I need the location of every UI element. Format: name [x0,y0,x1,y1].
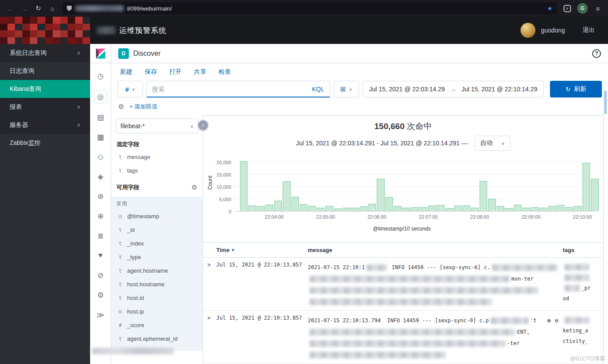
user-avatar[interactable] [521,23,535,38]
histogram-bar[interactable] [325,206,333,211]
interval-select[interactable]: 自动 ∨ [475,136,510,151]
canvas-icon[interactable]: ◇ [94,151,107,162]
histogram-bar[interactable] [471,208,479,211]
pocket-button[interactable]: ∨ [561,2,574,14]
logs-icon[interactable]: ≣ [94,230,107,241]
field-item[interactable]: tmessage [116,150,198,164]
histogram-bar[interactable] [360,206,367,211]
refresh-button[interactable]: ↻ 刷新 [550,81,602,97]
uptime-icon[interactable]: ♥ [94,250,107,261]
bookmark-star-icon[interactable]: ★ [547,5,553,12]
histogram-bar[interactable] [351,208,359,211]
histogram-bar[interactable] [257,206,265,211]
menu-item-1[interactable]: 保存 [145,68,157,76]
dashboard-icon[interactable]: ▦ [94,131,107,143]
field-item[interactable]: thost.id [116,291,198,305]
metrics-icon[interactable]: ⊕ [94,210,107,222]
sidebar-item-5[interactable]: Zabbix监控 [0,134,90,152]
zoom-in-icon[interactable]: ⊕ [547,317,550,324]
menu-item-2[interactable]: 打开 [169,68,182,76]
filter-settings-gear-icon[interactable]: ⚙ [118,103,124,111]
field-item[interactable]: tagent.ephemeral_id [116,332,198,346]
field-item[interactable]: ⊡host.ip [116,305,198,318]
collapse-fields-panel-button[interactable]: ‹ [198,120,208,130]
histogram-bar[interactable] [583,163,590,212]
histogram-bar[interactable] [274,201,282,211]
security-icon[interactable]: ⊘ [94,270,107,281]
histogram-bar[interactable] [531,207,539,211]
zoom-out-icon[interactable]: ⊖ [555,317,558,324]
histogram-bar[interactable] [300,204,307,211]
time-range-control[interactable]: Jul 15, 2021 @ 22:03:14.29 → Jul 15, 202… [363,81,544,97]
time-range-end[interactable]: Jul 15, 2021 @ 22:10:14.29 [462,86,537,93]
maps-icon[interactable]: ◈ [94,171,107,182]
sidebar-item-2[interactable]: Kibana查询 [0,80,90,98]
histogram-bar[interactable] [291,197,299,211]
sidebar-item-4[interactable]: 服务器∧ [0,116,90,134]
histogram-bar[interactable] [266,205,273,211]
histogram-bar[interactable] [548,206,556,211]
histogram-bar[interactable] [539,208,547,211]
field-item[interactable]: t_id [116,223,198,237]
histogram-bar[interactable] [411,207,419,211]
histogram-bar[interactable] [522,208,530,211]
collapse-nav-icon[interactable]: ≫ [94,309,107,321]
url-text[interactable]: 8099/webui/main/ [127,5,172,12]
histogram-bar[interactable] [565,207,573,211]
histogram-bar[interactable] [368,204,376,211]
time-range-start[interactable]: Jul 15, 2021 @ 22:03:14.29 [369,86,445,93]
field-item[interactable]: ttags [116,164,198,177]
kibana-logo[interactable] [90,44,111,63]
scrollbar-thumb[interactable] [604,90,607,114]
query-language-button[interactable]: KQL [312,86,324,93]
field-item[interactable]: t_index [116,237,198,250]
tracking-protection-shield-icon[interactable] [67,6,72,11]
logout-button[interactable]: 退出 [583,26,595,34]
menu-item-0[interactable]: 新建 [120,68,132,76]
browser-account-avatar[interactable]: G [577,3,588,14]
histogram-bar[interactable] [454,205,462,211]
histogram-bar[interactable] [445,208,453,211]
histogram-bar[interactable] [420,207,427,211]
histogram-bar[interactable] [317,208,324,211]
histogram-bar[interactable] [283,181,290,211]
discover-icon[interactable]: ◎ [94,90,107,103]
histogram-bar[interactable] [377,179,384,211]
sidebar-item-3[interactable]: 报表∨ [0,98,90,116]
histogram-bar[interactable] [240,161,248,211]
histogram-bar[interactable] [505,208,513,211]
reload-button[interactable]: ↻ [32,2,45,14]
saved-query-menu-button[interactable]: # ∨ [117,81,143,97]
machine-learning-icon[interactable]: ⊛ [94,191,107,202]
histogram-bar[interactable] [334,209,342,211]
histogram-bar[interactable] [488,199,495,211]
histogram-bar[interactable] [308,206,316,211]
search-input[interactable] [152,86,309,93]
field-item[interactable]: t_type [116,250,198,264]
histogram-bar[interactable] [497,206,504,211]
histogram-bar[interactable] [480,181,487,211]
stack-management-icon[interactable]: ⚙ [94,289,107,301]
field-item[interactable]: thost.hostname [116,278,198,291]
histogram-bar[interactable] [462,205,470,211]
menu-item-4[interactable]: 检查 [218,68,231,76]
date-picker-menu-button[interactable]: ⊞ ∨ [334,81,359,97]
histogram-bar[interactable] [386,197,393,211]
histogram-bar[interactable] [437,205,444,212]
home-button[interactable]: ⌂ [46,2,59,14]
back-button[interactable]: ← [4,2,17,14]
histogram-bar[interactable] [403,208,410,211]
histogram-bar[interactable] [514,205,521,211]
field-item[interactable]: ◷@timestamp [116,209,198,223]
histogram-bar[interactable] [248,205,256,211]
histogram-bar[interactable] [394,206,401,211]
help-icon[interactable]: ? [592,49,601,58]
field-item[interactable]: #_score [116,318,198,332]
fields-settings-gear-icon[interactable]: ⚙ [192,184,197,191]
row-expander[interactable]: > [203,262,216,307]
field-item[interactable]: tagent.hostname [116,264,198,278]
forward-button[interactable]: → [18,2,31,14]
index-pattern-selector[interactable]: filebeat-* ∨ [116,119,198,133]
add-filter-button[interactable]: + 添加筛选 [129,103,157,111]
histogram-bar[interactable] [591,179,598,211]
